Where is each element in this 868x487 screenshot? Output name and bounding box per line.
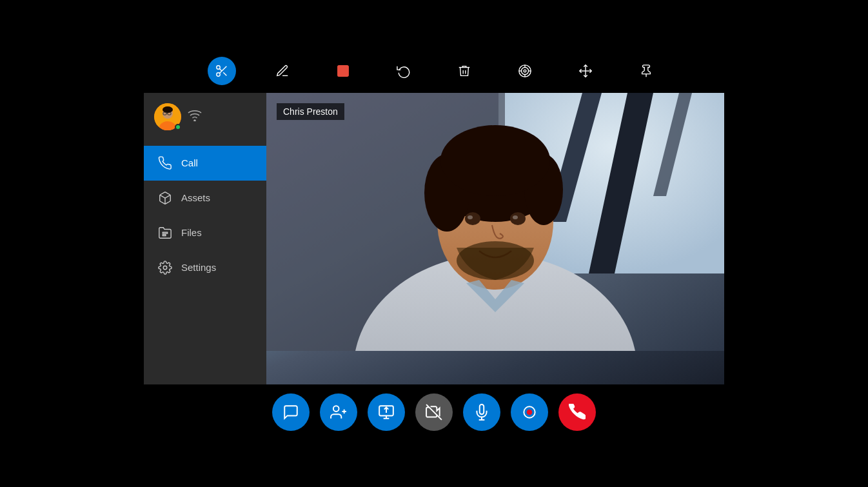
sidebar-item-assets[interactable]: Assets [144, 181, 266, 215]
svg-line-4 [219, 68, 222, 71]
svg-point-7 [522, 67, 529, 74]
mic-button[interactable] [463, 393, 500, 431]
sidebar-nav: Call Assets [144, 141, 266, 384]
video-toggle-button[interactable] [415, 393, 453, 431]
sidebar-item-call[interactable]: Call [144, 146, 266, 181]
add-person-button[interactable] [320, 393, 357, 431]
online-indicator [175, 124, 181, 130]
sidebar-assets-label: Assets [181, 192, 210, 203]
sidebar-files-label: Files [181, 227, 202, 238]
svg-rect-25 [163, 232, 167, 234]
sidebar-header [144, 93, 266, 141]
pin-button[interactable] [632, 57, 660, 85]
svg-point-46 [333, 406, 339, 412]
call-controls [144, 384, 724, 431]
avatar-wrapper [154, 103, 181, 130]
svg-point-22 [163, 106, 173, 113]
sidebar: Call Assets [144, 93, 266, 384]
undo-button[interactable] [390, 57, 418, 85]
caller-name-tag: Chris Preston [277, 103, 344, 120]
app-container: Call Assets [144, 57, 724, 431]
svg-point-57 [527, 409, 533, 415]
main-area: Call Assets [144, 93, 724, 384]
toolbar [144, 57, 724, 93]
screen-share-button[interactable] [368, 393, 405, 431]
sidebar-settings-label: Settings [181, 262, 216, 273]
svg-point-27 [163, 266, 167, 270]
svg-point-0 [217, 65, 221, 69]
select-tool-button[interactable] [208, 57, 236, 85]
target-button[interactable] [511, 57, 539, 85]
move-button[interactable] [571, 57, 600, 85]
wifi-icon [188, 110, 202, 124]
sidebar-item-files[interactable]: Files [144, 215, 266, 250]
color-button[interactable] [329, 57, 357, 85]
svg-line-3 [223, 72, 226, 75]
svg-rect-26 [163, 234, 166, 235]
delete-button[interactable] [450, 57, 478, 85]
svg-rect-5 [338, 65, 349, 76]
video-area: Chris Preston [266, 93, 724, 384]
chat-button[interactable] [272, 393, 310, 431]
end-call-button[interactable] [558, 393, 596, 431]
sidebar-item-settings[interactable]: Settings [144, 250, 266, 285]
record-button[interactable] [511, 393, 548, 431]
svg-point-8 [524, 70, 526, 72]
caller-name-text: Chris Preston [283, 106, 338, 117]
pen-tool-button[interactable] [268, 57, 297, 85]
svg-point-23 [194, 120, 195, 121]
svg-point-1 [217, 72, 221, 76]
sidebar-call-label: Call [181, 157, 198, 168]
